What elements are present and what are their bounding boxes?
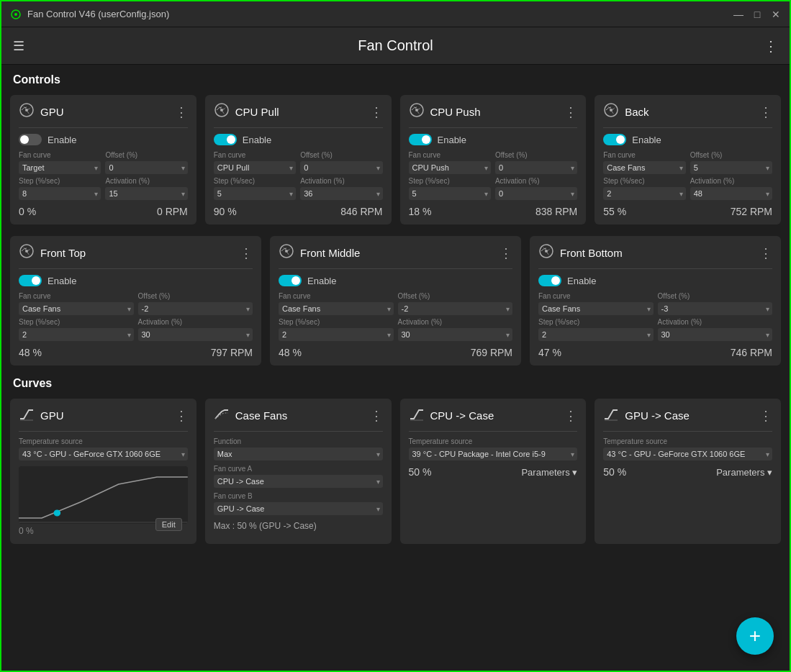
control-more-5[interactable]: ⋮	[500, 245, 512, 261]
step-field-2: Step (%/sec) 5	[409, 177, 491, 200]
fan-curve-5-select[interactable]: Case Fans	[279, 302, 394, 315]
enable-toggle-0[interactable]	[19, 134, 42, 145]
controls-section-title: Controls	[10, 73, 781, 86]
control-name-4: Front Top	[40, 247, 86, 259]
fan-curve-4-select[interactable]: Case Fans	[19, 302, 134, 315]
offset-6-select[interactable]: -3	[658, 302, 773, 315]
activation-6-select[interactable]: 30	[658, 328, 773, 341]
card-header-1: CPU Pull ⋮	[214, 102, 383, 122]
step-4-wrapper: 2	[19, 327, 134, 341]
fan-curve-0-select[interactable]: Target	[19, 161, 101, 174]
percent-stat-1: 90 %	[214, 206, 237, 217]
fan-curve-2-select[interactable]: CPU Push	[409, 161, 491, 174]
fan-curve-1-select[interactable]: CPU Pull	[214, 161, 296, 174]
activation-5-select[interactable]: 30	[398, 328, 513, 341]
control-more-1[interactable]: ⋮	[370, 104, 383, 120]
card-title-row-2: CPU Push	[409, 102, 481, 122]
enable-toggle-1[interactable]	[214, 134, 237, 145]
toggle-knob-1	[227, 135, 235, 144]
offset-1-select[interactable]: 0	[300, 161, 382, 174]
toggle-row-1: Enable	[214, 134, 383, 145]
maximize-button[interactable]: □	[752, 9, 762, 19]
enable-label-4: Enable	[48, 276, 76, 286]
control-more-4[interactable]: ⋮	[240, 245, 253, 261]
rpm-stat-1: 846 RPM	[340, 206, 382, 217]
activation-field-6: Activation (%) 30	[658, 318, 773, 341]
fan-curve-label-5: Fan curve	[279, 292, 394, 300]
temp-source-select-2[interactable]: 39 °C - CPU Package - Intel Core i5-9	[409, 448, 578, 460]
fields-row2-6: Step (%/sec) 2 Activation (%) 30	[538, 318, 772, 341]
temp-source-select-0[interactable]: 43 °C - GPU - GeForce GTX 1060 6GE	[19, 448, 188, 460]
offset-3-select[interactable]: 5	[690, 161, 772, 174]
step-label-5: Step (%/sec)	[279, 318, 394, 326]
activation-3-select[interactable]: 48	[690, 187, 772, 200]
edit-button-0[interactable]: Edit	[155, 518, 182, 531]
fan-curve-field-1: Fan curve CPU Pull	[214, 151, 296, 174]
rpm-stat-2: 838 RPM	[535, 206, 577, 217]
control-more-2[interactable]: ⋮	[564, 104, 577, 120]
fields-row2-0: Step (%/sec) 8 Activation (%) 15	[19, 177, 188, 200]
fan-icon-1	[214, 102, 230, 122]
activation-1-select[interactable]: 36	[300, 187, 382, 200]
curve-more-2[interactable]: ⋮	[564, 408, 577, 424]
fan-curve-label-2: Fan curve	[409, 151, 491, 159]
parameters-button-2[interactable]: Parameters ▾	[521, 467, 577, 478]
enable-toggle-5[interactable]	[279, 275, 302, 286]
offset-5-select[interactable]: -2	[398, 302, 513, 315]
fan-curve-b-select-1[interactable]: GPU -> Case	[214, 502, 383, 515]
titlebar-controls: — □ ✕	[733, 9, 781, 19]
curve-more-3[interactable]: ⋮	[759, 408, 772, 424]
step-field-5: Step (%/sec) 2	[279, 318, 394, 341]
enable-toggle-4[interactable]	[19, 275, 42, 286]
step-0-select[interactable]: 8	[19, 187, 101, 200]
svg-point-13	[285, 250, 288, 253]
fan-curve-label-6: Fan curve	[538, 292, 654, 300]
activation-4-select[interactable]: 30	[138, 328, 253, 341]
parameters-button-3[interactable]: Parameters ▾	[716, 467, 772, 478]
step-5-wrapper: 2	[279, 327, 394, 341]
add-fab-button[interactable]: +	[736, 617, 774, 655]
menu-icon[interactable]: ☰	[13, 38, 24, 54]
curves-grid: GPU ⋮ Temperature source 43 °C - GPU - G…	[10, 399, 781, 544]
curve-more-1[interactable]: ⋮	[370, 408, 383, 424]
header-more-options[interactable]: ⋮	[764, 37, 778, 55]
offset-1-wrapper: 0	[300, 160, 382, 174]
card-divider-2	[409, 127, 578, 128]
step-field-1: Step (%/sec) 5	[214, 177, 296, 200]
step-field-3: Step (%/sec) 2	[603, 177, 685, 200]
offset-4-select[interactable]: -2	[138, 302, 253, 315]
offset-2-select[interactable]: 0	[495, 161, 577, 174]
step-5-select[interactable]: 2	[279, 328, 394, 341]
activation-0-select[interactable]: 15	[105, 187, 187, 200]
control-more-6[interactable]: ⋮	[759, 245, 772, 261]
minimize-button[interactable]: —	[733, 9, 743, 19]
enable-toggle-3[interactable]	[603, 134, 626, 145]
enable-toggle-2[interactable]	[409, 134, 432, 145]
activation-2-select[interactable]: 0	[495, 187, 577, 200]
control-more-3[interactable]: ⋮	[759, 104, 772, 120]
curve-more-0[interactable]: ⋮	[175, 408, 188, 424]
curve-title-row-0: GPU	[19, 406, 64, 425]
activation-label-4: Activation (%)	[138, 318, 253, 326]
svg-point-3	[25, 109, 28, 112]
function-select-1[interactable]: Max	[214, 448, 383, 460]
step-2-select[interactable]: 5	[409, 187, 491, 200]
fan-curve-a-select-1[interactable]: CPU -> Case	[214, 475, 383, 488]
control-more-0[interactable]: ⋮	[175, 104, 188, 120]
fan-curve-6-select[interactable]: Case Fans	[538, 302, 654, 315]
temp-source-select-3[interactable]: 43 °C - GPU - GeForce GTX 1060 6GE	[603, 448, 772, 460]
header: ☰ Fan Control ⋮	[1, 27, 790, 65]
temp-source-label-2: Temperature source	[409, 437, 578, 445]
curve-icon-2	[409, 406, 425, 425]
close-button[interactable]: ✕	[771, 9, 781, 19]
step-1-select[interactable]: 5	[214, 187, 296, 200]
step-4-select[interactable]: 2	[19, 328, 134, 341]
card-header-3: Back ⋮	[603, 102, 772, 122]
fan-curve-3-select[interactable]: Case Fans	[603, 161, 685, 174]
step-3-select[interactable]: 2	[603, 187, 685, 200]
temp-source-wrapper-0: 43 °C - GPU - GeForce GTX 1060 6GE	[19, 447, 188, 460]
fields-row1-1: Fan curve CPU Pull Offset (%) 0	[214, 151, 383, 174]
enable-toggle-6[interactable]	[538, 275, 561, 286]
offset-0-select[interactable]: 0	[105, 161, 187, 174]
step-6-select[interactable]: 2	[538, 328, 654, 341]
